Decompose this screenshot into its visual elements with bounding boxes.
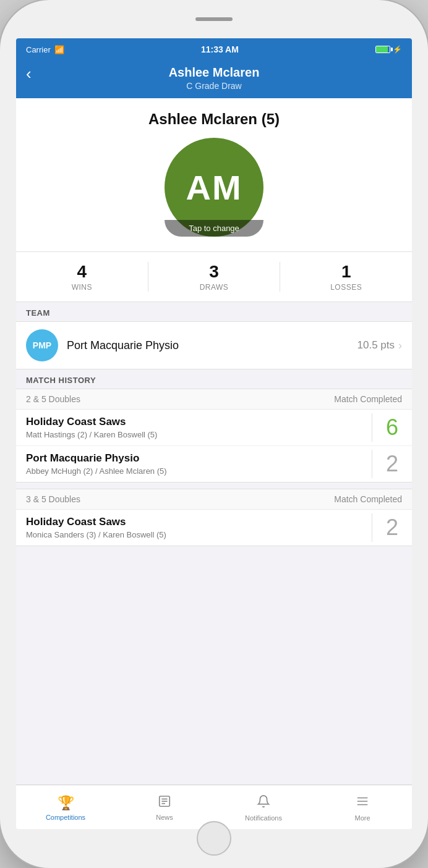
avatar-container[interactable]: AM Tap to change	[165, 138, 263, 237]
match-type-2: 3 & 5 Doubles	[26, 494, 80, 504]
home-button[interactable]	[197, 821, 231, 856]
wins-label: WINS	[72, 283, 92, 292]
tab-notifications[interactable]: Notifications	[214, 794, 313, 822]
losses-label: LOSSES	[330, 283, 362, 292]
match-type-1: 2 & 5 Doubles	[26, 394, 80, 404]
tab-news[interactable]: News	[115, 794, 214, 821]
match-entry-1-2: Port Macquarie Physio Abbey McHugh (2) /…	[16, 446, 412, 482]
nav-header: ‹ Ashlee Mclaren C Grade Draw	[16, 61, 412, 98]
profile-name: Ashlee Mclaren (5)	[148, 111, 280, 128]
tab-competitions[interactable]: 🏆 Competitions	[16, 795, 115, 821]
match-section: 2 & 5 Doubles Match Completed Holiday Co…	[16, 389, 412, 558]
losses-value: 1	[341, 262, 351, 282]
back-button[interactable]: ‹	[26, 65, 32, 82]
match-info-2-1: Holiday Coast Saws Monica Sanders (3) / …	[16, 510, 372, 546]
profile-section: Ashlee Mclaren (5) AM Tap to change	[16, 98, 412, 252]
stat-draws: 3 DRAWS	[148, 262, 281, 292]
battery-area: ⚡	[375, 45, 402, 54]
nav-title: Ashlee Mclaren	[169, 65, 260, 80]
more-label: More	[354, 814, 370, 822]
match-entry-1-1: Holiday Coast Saws Matt Hastings (2) / K…	[16, 410, 412, 446]
phone-frame: Carrier 📶 11:33 AM ⚡ ‹ Ashlee Mclaren C …	[0, 0, 428, 868]
team-name-1-2: Port Macquarie Physio	[26, 452, 362, 465]
stats-row: 4 WINS 3 DRAWS 1 LOSSES	[16, 252, 412, 302]
match-group-1: 2 & 5 Doubles Match Completed Holiday Co…	[16, 389, 412, 482]
team-section-header: TEAM	[16, 302, 412, 321]
main-content: Ashlee Mclaren (5) AM Tap to change 4 WI…	[16, 98, 412, 785]
score-1-1: 6	[372, 410, 412, 445]
match-status-2: Match Completed	[334, 494, 402, 504]
players-2-1: Monica Sanders (3) / Karen Boswell (5)	[26, 530, 362, 539]
draws-label: DRAWS	[200, 283, 229, 292]
draws-value: 3	[209, 262, 219, 282]
wifi-icon: 📶	[54, 45, 64, 54]
match-status-1: Match Completed	[334, 394, 402, 404]
nav-subtitle: C Grade Draw	[186, 81, 241, 91]
team-name-1-1: Holiday Coast Saws	[26, 416, 362, 428]
team-points: 10.5 pts ›	[357, 339, 403, 352]
team-section: PMP Port Macquarie Physio 10.5 pts ›	[16, 321, 412, 369]
competitions-label: Competitions	[46, 814, 85, 821]
match-history-header: MATCH HISTORY	[16, 369, 412, 389]
battery-icon	[375, 46, 390, 53]
match-group-1-header: 2 & 5 Doubles Match Completed	[16, 389, 412, 410]
stat-losses: 1 LOSSES	[280, 262, 412, 292]
wins-value: 4	[77, 262, 87, 282]
news-icon	[158, 794, 171, 811]
match-group-2: 3 & 5 Doubles Match Completed Holiday Co…	[16, 489, 412, 546]
match-group-2-header: 3 & 5 Doubles Match Completed	[16, 489, 412, 510]
bottom-spacer	[16, 546, 412, 558]
notifications-icon	[257, 794, 270, 812]
team-name-2-1: Holiday Coast Saws	[26, 516, 362, 528]
speaker	[195, 17, 233, 21]
match-info-1-1: Holiday Coast Saws Matt Hastings (2) / K…	[16, 410, 372, 445]
players-1-2: Abbey McHugh (2) / Ashlee Mclaren (5)	[26, 466, 362, 476]
team-name: Port Macquarie Physio	[67, 339, 357, 352]
players-1-1: Matt Hastings (2) / Karen Boswell (5)	[26, 430, 362, 439]
carrier-label: Carrier	[26, 45, 51, 54]
battery-fill	[376, 46, 388, 53]
stat-wins: 4 WINS	[16, 262, 148, 292]
notifications-label: Notifications	[245, 814, 282, 822]
phone-screen: Carrier 📶 11:33 AM ⚡ ‹ Ashlee Mclaren C …	[16, 38, 412, 829]
avatar-initials: AM	[186, 167, 242, 208]
bolt-icon: ⚡	[393, 45, 402, 54]
match-entry-2-1: Holiday Coast Saws Monica Sanders (3) / …	[16, 510, 412, 546]
team-logo: PMP	[26, 329, 58, 361]
competitions-icon: 🏆	[58, 795, 74, 811]
section-spacer	[16, 482, 412, 489]
score-2-1: 2	[372, 510, 412, 546]
team-row[interactable]: PMP Port Macquarie Physio 10.5 pts ›	[16, 322, 412, 369]
team-chevron-icon: ›	[398, 339, 402, 352]
tap-to-change-label[interactable]: Tap to change	[165, 220, 263, 237]
tab-more[interactable]: More	[313, 794, 412, 822]
more-icon	[356, 794, 369, 812]
match-info-1-2: Port Macquarie Physio Abbey McHugh (2) /…	[16, 446, 372, 482]
carrier-info: Carrier 📶	[26, 45, 64, 54]
status-time: 11:33 AM	[201, 44, 239, 54]
score-1-2: 2	[372, 446, 412, 482]
status-bar: Carrier 📶 11:33 AM ⚡	[16, 38, 412, 61]
news-label: News	[156, 814, 173, 821]
